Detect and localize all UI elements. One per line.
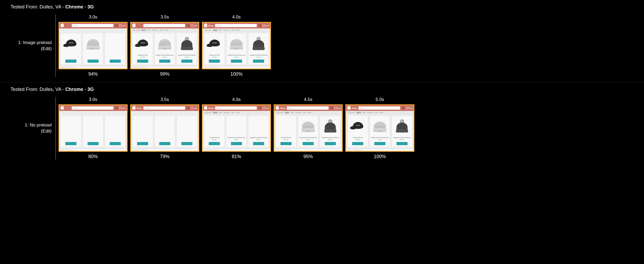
shop-nav[interactable]: AccessoriesApparelBagsDrinkwareOfficeBra… (274, 111, 342, 114)
screenshot-thumbnail[interactable]: ShopSearchCartAccessoriesApparelBagsDrin… (202, 104, 271, 152)
product-card: Google Twill Cap$14.99 (276, 115, 297, 147)
add-to-cart-button[interactable] (231, 60, 242, 63)
add-to-cart-button[interactable] (110, 142, 121, 145)
add-to-cart-button[interactable] (181, 60, 192, 63)
shop-title: Shop (352, 107, 357, 109)
search-input[interactable]: Search (72, 24, 113, 27)
screenshot-thumbnail[interactable]: ShopSearchCartAccessoriesApparelBagsDrin… (345, 104, 414, 152)
search-button-icon[interactable] (115, 24, 118, 27)
frame-visual-progress: 80% (88, 154, 98, 159)
product-image-beanie: Google (301, 120, 315, 133)
screenshot-thumbnail[interactable]: ShopSearchCartAccessoriesApparelBagsDrin… (59, 104, 128, 152)
add-to-cart-button[interactable] (137, 60, 148, 63)
product-card: Google Pom Beanie Charcoal$14.00 (320, 115, 341, 147)
cart-button[interactable]: Cart (191, 25, 197, 27)
add-to-cart-button[interactable] (181, 142, 192, 145)
cart-button[interactable]: Cart (334, 107, 341, 109)
product-price: $14.99 (212, 139, 216, 140)
bag-icon (204, 24, 207, 27)
shop-content: googleGoogle Twill Cap$14.99GoogleGoogle… (346, 114, 414, 149)
search-button-icon[interactable] (330, 106, 333, 110)
screenshot-thumbnail[interactable]: ShopSearchCartAccessoriesApparelBagsDrin… (130, 22, 199, 69)
product-image-beanie: Google (86, 37, 100, 50)
product-name: Google Fold-over Beanie Grey (371, 137, 389, 138)
search-button-icon[interactable] (258, 24, 262, 27)
add-to-cart-button[interactable] (209, 60, 220, 63)
search-input[interactable]: Search (72, 106, 113, 110)
shop-nav[interactable]: AccessoriesApparelBagsDrinkwareOfficeBra… (203, 111, 270, 114)
search-input[interactable]: Search (143, 106, 185, 110)
add-to-cart-button[interactable] (231, 142, 242, 145)
search-input[interactable]: Search (359, 106, 400, 110)
shop-nav[interactable]: AccessoriesApparelBagsDrinkwareOfficeBra… (131, 28, 198, 32)
product-image-pom-beanie (395, 119, 409, 133)
product-card: GoogleGoogle Fold-over Beanie Grey$13.00 (298, 115, 319, 147)
search-input[interactable]: Search (287, 106, 328, 110)
tested-from-label: Tested From: Dulles, VA - Chrome - 3G (11, 87, 633, 92)
cart-icon (119, 25, 122, 27)
product-card: Google Pom Beanie Charcoal$14.00 (391, 115, 412, 147)
screenshot-thumbnail[interactable]: ShopSearchCartAccessoriesApparelBagsDrin… (202, 22, 271, 69)
add-to-cart-button[interactable] (374, 142, 385, 145)
add-to-cart-button[interactable] (65, 142, 76, 145)
add-to-cart-button[interactable] (209, 142, 220, 145)
edit-link[interactable]: (Edit) (41, 46, 52, 52)
shop-nav[interactable]: AccessoriesApparelBagsDrinkwareOfficeBra… (203, 28, 270, 32)
product-image-cap: google (350, 121, 365, 131)
shop-content: Google Twill Cap$14.99Google Fold-over B… (131, 114, 198, 149)
product-price: $14.00 (185, 56, 189, 58)
screenshot-thumbnail[interactable]: ShopSearchCartAccessoriesApparelBagsDrin… (59, 22, 128, 69)
search-input[interactable]: Search (215, 106, 257, 110)
search-input[interactable]: Search (215, 24, 257, 27)
status-bar: Waiting for fonts.googleapis.com... (59, 66, 127, 69)
edit-link[interactable]: (Edit) (41, 128, 52, 134)
status-bar: Waiting for fonts.googleapis.com... (203, 66, 270, 69)
search-button-icon[interactable] (115, 106, 118, 110)
cart-button[interactable]: Cart (191, 107, 197, 109)
bag-icon (132, 24, 135, 27)
add-to-cart-button[interactable] (110, 60, 121, 63)
cart-button[interactable]: Cart (263, 25, 269, 27)
cart-button[interactable]: Cart (119, 25, 125, 27)
shop-nav[interactable]: AccessoriesApparelBagsDrinkwareOfficeBra… (346, 111, 414, 114)
search-button-icon[interactable] (187, 24, 190, 27)
search-button-icon[interactable] (187, 106, 190, 110)
test-name: 1: No preload (25, 122, 52, 128)
screenshot-thumbnail[interactable]: ShopSearchCartAccessoriesApparelBagsDrin… (274, 104, 343, 152)
product-name: Google Twill Cap (138, 54, 148, 56)
test-section: Tested From: Dulles, VA - Chrome - 3G1: … (0, 82, 644, 165)
cart-icon (119, 107, 122, 109)
add-to-cart-button[interactable] (396, 142, 408, 145)
screenshot-thumbnail[interactable]: ShopSearchCartAccessoriesApparelBagsDrin… (130, 104, 199, 152)
add-to-cart-button[interactable] (88, 142, 99, 145)
search-button-icon[interactable] (402, 106, 405, 110)
filmstrip-frame: 5.0sShopSearchCartAccessoriesApparelBags… (345, 97, 414, 159)
product-name: Google Fold-over Beanie Grey (227, 54, 245, 56)
add-to-cart-button[interactable] (65, 60, 76, 63)
search-input[interactable]: Search (143, 24, 185, 27)
add-to-cart-button[interactable] (303, 142, 314, 145)
add-to-cart-button[interactable] (325, 142, 336, 145)
add-to-cart-button[interactable] (352, 142, 363, 145)
shop-header: ShopSearchCart (274, 105, 342, 111)
add-to-cart-button[interactable] (159, 142, 170, 145)
add-to-cart-button[interactable] (253, 142, 264, 145)
product-card: Google Fold-over Beanie Grey$13.00 (83, 115, 104, 147)
product-price: $13.00 (378, 139, 382, 140)
shop-content: googleGoogle Twill Cap$14.99GoogleGoogle… (59, 32, 127, 66)
add-to-cart-button[interactable] (137, 142, 148, 145)
add-to-cart-button[interactable] (280, 142, 292, 145)
product-image-cap: google (207, 39, 222, 48)
product-card: Google Pom Beanie Charcoal$14.00 (176, 33, 197, 65)
frame-visual-progress: 99% (160, 71, 170, 77)
cart-button[interactable]: Cart (406, 107, 412, 109)
cart-button[interactable]: Cart (119, 107, 125, 109)
add-to-cart-button[interactable] (88, 60, 99, 63)
product-card: Google Twill Cap$14.99 (204, 115, 225, 147)
product-card: Google Pom Beanie Charcoal$14.00 (248, 33, 269, 65)
search-button-icon[interactable] (258, 106, 262, 110)
add-to-cart-button[interactable] (253, 60, 264, 63)
product-card: googleGoogle Twill Cap$14.99 (132, 33, 153, 65)
add-to-cart-button[interactable] (159, 60, 170, 63)
cart-button[interactable]: Cart (263, 107, 269, 109)
